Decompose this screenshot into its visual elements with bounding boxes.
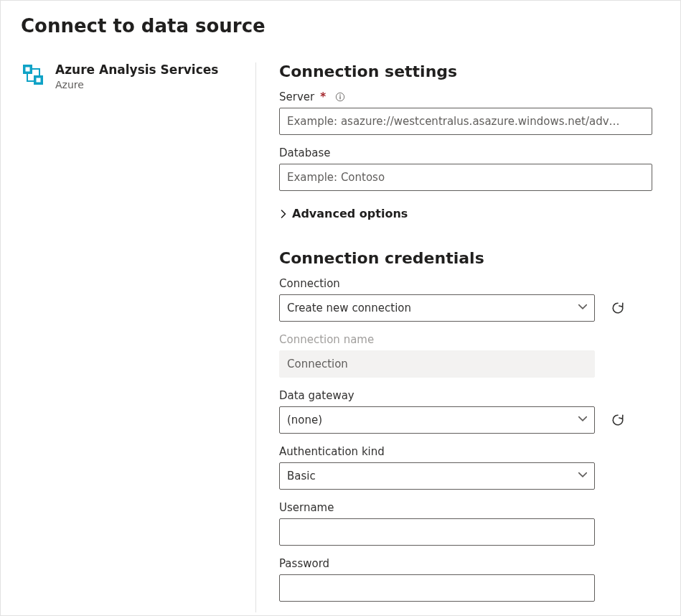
data-gateway-label: Data gateway (279, 389, 654, 402)
password-input[interactable] (279, 574, 595, 602)
advanced-options-label: Advanced options (292, 207, 408, 220)
authentication-kind-label: Authentication kind (279, 445, 654, 458)
datasource-column: Azure Analysis Services Azure (21, 62, 256, 612)
data-gateway-field: Data gateway (none) (279, 389, 654, 434)
server-input[interactable] (279, 108, 652, 135)
authentication-kind-select-button[interactable]: Basic (279, 462, 595, 490)
azure-analysis-services-icon (21, 62, 45, 87)
required-mark: * (320, 90, 326, 103)
svg-rect-6 (339, 96, 340, 99)
connection-name-input (279, 350, 595, 378)
authentication-kind-select[interactable]: Basic (279, 462, 595, 490)
database-field: Database (279, 146, 654, 191)
datasource-item: Azure Analysis Services Azure (21, 62, 241, 90)
chevron-right-icon (279, 210, 288, 218)
refresh-icon (611, 413, 625, 427)
connection-name-label: Connection name (279, 333, 654, 346)
connection-credentials-heading: Connection credentials (279, 249, 654, 267)
username-input[interactable] (279, 518, 595, 546)
data-gateway-select[interactable]: (none) (279, 406, 595, 434)
svg-point-5 (339, 95, 341, 96)
connection-select[interactable]: Create new connection (279, 294, 595, 322)
connection-select-button[interactable]: Create new connection (279, 294, 595, 322)
username-field: Username (279, 501, 654, 546)
password-field: Password (279, 557, 654, 602)
username-label: Username (279, 501, 654, 514)
datasource-name: Azure Analysis Services (55, 62, 218, 78)
svg-rect-3 (37, 78, 41, 83)
advanced-options-toggle[interactable]: Advanced options (279, 207, 408, 220)
datasource-category: Azure (55, 79, 218, 90)
connect-panel: Connect to data source Azure Analysis Se… (0, 0, 681, 616)
data-gateway-select-button[interactable]: (none) (279, 406, 595, 434)
database-label: Database (279, 146, 654, 159)
server-field: Server * (279, 90, 654, 135)
page-title: Connect to data source (21, 15, 660, 37)
password-label: Password (279, 557, 654, 570)
connection-name-field: Connection name (279, 333, 654, 378)
database-input[interactable] (279, 164, 652, 191)
refresh-icon (611, 301, 625, 315)
form-column: Connection settings Server * (256, 62, 660, 612)
refresh-gateways-button[interactable] (608, 410, 628, 430)
connection-settings-heading: Connection settings (279, 62, 654, 80)
authentication-kind-field: Authentication kind Basic (279, 445, 654, 490)
svg-rect-2 (26, 67, 30, 72)
content-area: Azure Analysis Services Azure Connection… (21, 62, 660, 612)
server-label: Server * (279, 90, 654, 103)
connection-field: Connection Create new connection (279, 277, 654, 322)
connection-label: Connection (279, 277, 654, 290)
refresh-connections-button[interactable] (608, 298, 628, 318)
info-icon[interactable] (334, 91, 346, 103)
